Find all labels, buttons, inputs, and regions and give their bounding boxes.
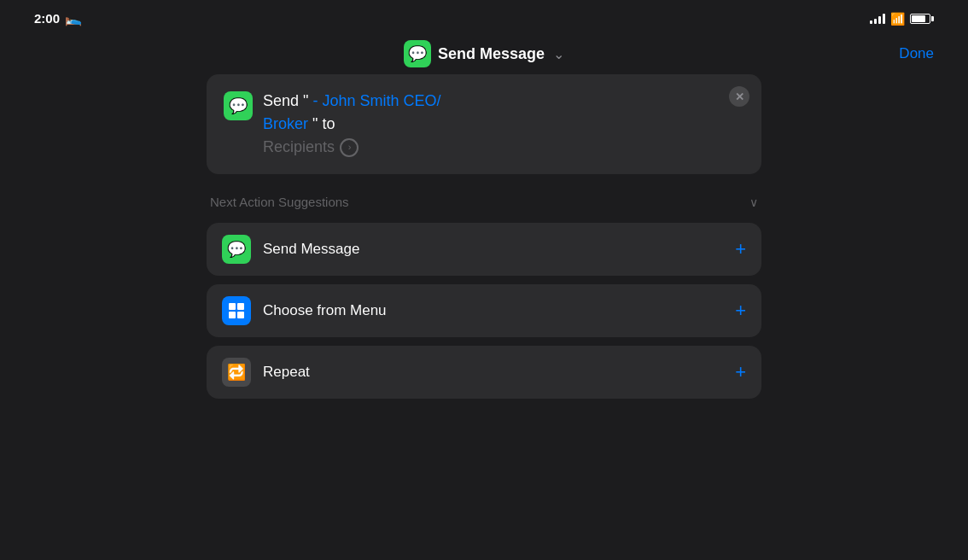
status-left: 2:00 🛌 — [34, 10, 82, 26]
wifi-icon: 📶 — [890, 12, 905, 26]
suggestion-send-message[interactable]: 💬 Send Message + — [207, 223, 761, 276]
message-bubble-icon: 💬 — [408, 44, 427, 63]
repeat-arrows-icon: 🔁 — [227, 363, 246, 382]
time-display: 2:00 — [34, 11, 60, 26]
close-button[interactable]: ✕ — [729, 86, 749, 107]
action-card: 💬 Send " - John Smith CEO/Broker " to Re… — [207, 74, 761, 174]
action-text: Send " - John Smith CEO/Broker " to Reci… — [263, 90, 744, 159]
main-content: 💬 Send " - John Smith CEO/Broker " to Re… — [207, 74, 761, 407]
title-chevron-icon[interactable]: ⌄ — [553, 46, 564, 62]
add-repeat-button[interactable]: + — [735, 361, 746, 383]
status-bar: 2:00 🛌 📶 — [0, 0, 968, 33]
suggestion-menu-icon — [222, 296, 251, 325]
suggestion-label: Repeat — [263, 364, 310, 381]
suggestions-chevron-icon[interactable]: ∨ — [749, 195, 758, 209]
signal-bars-icon — [870, 14, 885, 24]
send-label: Send " — [263, 92, 308, 109]
recipients-chevron-button[interactable]: › — [340, 138, 359, 157]
add-send-message-button[interactable]: + — [735, 238, 746, 260]
sleep-icon: 🛌 — [65, 10, 82, 26]
suggestions-title: Next Action Suggestions — [210, 195, 349, 209]
to-label: to — [322, 115, 335, 132]
suggestion-left: 💬 Send Message — [222, 235, 359, 264]
chevron-right-icon: › — [348, 140, 352, 155]
nav-bar: 💬 Send Message ⌄ Done — [0, 33, 968, 74]
battery-icon — [910, 14, 934, 24]
nav-title: 💬 Send Message ⌄ — [404, 40, 564, 67]
page-title: Send Message — [438, 45, 545, 63]
suggestion-label: Choose from Menu — [263, 302, 387, 319]
suggestion-label: Send Message — [263, 241, 359, 258]
suggestion-left: 🔁 Repeat — [222, 358, 310, 387]
status-right: 📶 — [870, 12, 934, 26]
bubble-icon: 💬 — [227, 240, 246, 259]
suggestion-choose-from-menu[interactable]: Choose from Menu + — [207, 284, 761, 337]
recipients-placeholder[interactable]: Recipients — [263, 136, 335, 159]
suggestion-repeat-icon: 🔁 — [222, 358, 251, 387]
suggestion-messages-icon: 💬 — [222, 235, 251, 264]
done-button[interactable]: Done — [899, 45, 934, 62]
close-icon: ✕ — [735, 90, 744, 103]
recipients-row: Recipients › — [263, 136, 744, 159]
messages-app-icon: 💬 — [404, 40, 431, 67]
quote-close: " — [308, 115, 322, 132]
add-choose-from-menu-button[interactable]: + — [735, 300, 746, 322]
action-messages-icon: 💬 — [224, 91, 253, 120]
action-card-content: 💬 Send " - John Smith CEO/Broker " to Re… — [224, 90, 744, 159]
messages-bubble-icon: 💬 — [229, 96, 248, 115]
suggestion-left: Choose from Menu — [222, 296, 387, 325]
suggestion-repeat[interactable]: 🔁 Repeat + — [207, 346, 761, 399]
grid-icon — [229, 303, 244, 318]
suggestions-header: Next Action Suggestions ∨ — [207, 195, 761, 209]
